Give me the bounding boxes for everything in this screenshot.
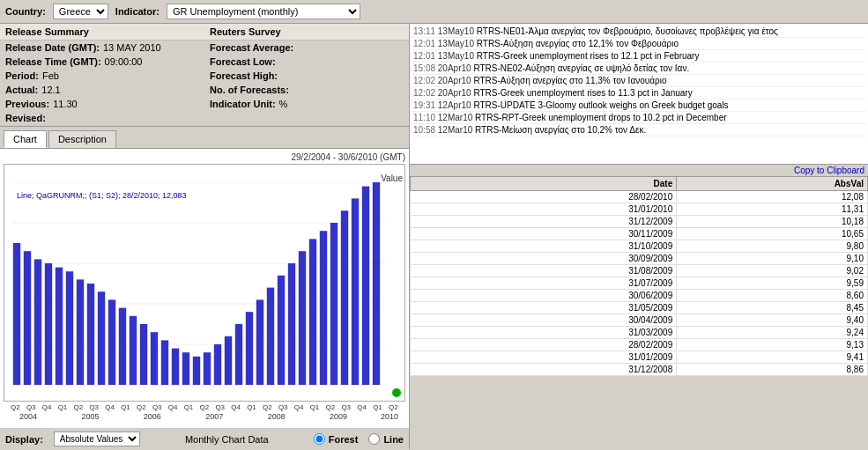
news-time: 10:58 xyxy=(413,125,435,135)
release-col-right: Forecast Average: Forecast Low: Forecast… xyxy=(204,41,409,125)
bar xyxy=(246,312,253,385)
bar xyxy=(352,198,359,385)
period-label: Period: xyxy=(5,70,39,81)
news-text: RTRS-RPT-Greek unemployment drops to 10.… xyxy=(475,113,727,122)
news-item: 12:01 13May10 RTRS-Αύξηση ανεργίας στο 1… xyxy=(412,38,866,50)
table-row: 30/06/20098,60 xyxy=(411,290,868,302)
cell-absval: 10,18 xyxy=(677,216,868,228)
bar xyxy=(119,308,126,385)
col-absval-header: AbsVal xyxy=(677,177,868,191)
bar xyxy=(362,187,369,385)
line-radio-group: Line xyxy=(368,433,404,445)
display-dropdown[interactable]: Absolute Values xyxy=(54,432,140,446)
top-bar: Country: Greece Indicator: GR Unemployme… xyxy=(0,0,868,24)
bar xyxy=(330,223,338,385)
cell-date: 31/08/2009 xyxy=(411,265,677,277)
bar xyxy=(66,271,73,385)
line-label: Line xyxy=(383,434,404,445)
news-date: 20Apr10 xyxy=(438,63,471,73)
forest-radio[interactable] xyxy=(314,433,325,445)
copy-clipboard[interactable]: Copy to Clipboard xyxy=(410,165,868,176)
line-radio[interactable] xyxy=(368,433,380,445)
news-time: 12:02 xyxy=(413,88,435,98)
news-time: 12:02 xyxy=(413,76,435,85)
bar xyxy=(235,324,242,385)
revised-label: Revised: xyxy=(5,113,46,123)
cell-absval: 8,60 xyxy=(677,290,868,302)
news-item: 12:01 13May10 RTRS-Greek unemployment ri… xyxy=(412,50,866,63)
bar xyxy=(373,182,380,385)
news-date: 13May10 xyxy=(438,39,474,48)
main-container: Release Summary Reuters Survey Release D… xyxy=(0,24,868,449)
cell-date: 28/02/2010 xyxy=(411,191,677,203)
news-text: RTRS-UPDATE 3-Gloomy outlook weighs on G… xyxy=(473,100,728,110)
news-text: RTRS-Greek unemployment rises to 12.1 pc… xyxy=(477,51,700,61)
bar-chart-svg: 11 10 9 8 7 xyxy=(11,182,385,385)
news-date: 20Apr10 xyxy=(438,76,471,85)
bar xyxy=(193,357,200,385)
right-panel: 13:11 13May10 RTRS-ΝΕ01-Άλμα ανεργίας το… xyxy=(410,24,868,449)
country-select[interactable]: Greece xyxy=(53,4,108,19)
x-axis-quarter-labels: Q2Q3Q4Q1Q2Q3Q4Q1Q2Q3Q4Q1Q2Q3Q4Q1Q2Q3Q4Q1… xyxy=(4,403,405,411)
cell-date: 30/09/2009 xyxy=(411,253,677,265)
cell-absval: 9,24 xyxy=(677,327,868,339)
bar xyxy=(34,259,41,385)
cell-absval: 8,45 xyxy=(677,302,868,314)
table-row: 28/02/201012,08 xyxy=(411,191,868,203)
monthly-chart-label: Monthly Chart Data xyxy=(151,434,303,445)
tab-description[interactable]: Description xyxy=(48,130,116,148)
no-forecasts-field: No. of Forecasts: xyxy=(204,83,409,97)
bar xyxy=(87,284,94,385)
display-label: Display: xyxy=(5,434,43,445)
release-section: Release Date (GMT): 13 MAY 2010 Release … xyxy=(0,41,409,126)
cell-absval: 9,13 xyxy=(677,339,868,351)
cell-absval: 9,80 xyxy=(677,240,868,253)
actual-label: Actual: xyxy=(5,85,38,95)
cell-date: 31/05/2009 xyxy=(411,302,677,314)
chart-series-label: Line; QaGRUNRM;; (S1; S2); 28/2/2010; 12… xyxy=(17,191,187,200)
indicator-unit-field: Indicator Unit: % xyxy=(204,97,409,111)
cell-date: 31/07/2009 xyxy=(411,277,677,290)
bar xyxy=(182,352,189,385)
green-status-dot xyxy=(392,388,401,397)
x-axis-year-labels: 2004 2005 2006 2007 2008 2009 2010 xyxy=(4,412,405,421)
bar xyxy=(45,263,52,385)
cell-absval: 9,41 xyxy=(677,351,868,364)
table-row: 31/10/20099,80 xyxy=(411,240,868,253)
release-time-label: Release Time (GMT): xyxy=(5,56,101,67)
tab-chart[interactable]: Chart xyxy=(4,130,47,148)
country-label: Country: xyxy=(5,6,46,17)
forest-radio-group: Forest xyxy=(314,433,359,445)
news-item: 12:02 20Apr10 RTRS-Greek unemployment ri… xyxy=(412,87,866,100)
table-row: 31/01/201011,31 xyxy=(411,203,868,216)
left-panel: Release Summary Reuters Survey Release D… xyxy=(0,24,410,449)
cell-date: 31/10/2009 xyxy=(411,240,677,253)
chart-area: 29/2/2004 - 30/6/2010 (GMT) Line; QaGRUN… xyxy=(0,149,409,428)
cell-absval: 11,31 xyxy=(677,203,868,216)
table-row: 30/04/20099,40 xyxy=(411,314,868,327)
bar xyxy=(214,344,221,385)
data-table-scroll[interactable]: Date AbsVal 28/02/201012,0831/01/201011,… xyxy=(410,176,868,439)
bar xyxy=(204,352,211,385)
news-item: 13:11 13May10 RTRS-ΝΕ01-Άλμα ανεργίας το… xyxy=(412,26,866,38)
forest-label: Forest xyxy=(329,434,359,445)
table-row: 31/01/20099,41 xyxy=(411,351,868,364)
bar xyxy=(13,243,20,385)
bar xyxy=(288,263,295,385)
cell-date: 31/01/2010 xyxy=(411,203,677,216)
table-row: 30/11/200910,65 xyxy=(411,228,868,240)
release-date-value: 13 MAY 2010 xyxy=(103,42,161,53)
cell-date: 30/06/2009 xyxy=(411,290,677,302)
indicator-select[interactable]: GR Unemployment (monthly) xyxy=(167,4,360,19)
news-panel[interactable]: 13:11 13May10 RTRS-ΝΕ01-Άλμα ανεργίας το… xyxy=(410,24,868,165)
release-time-value: 09:00:00 xyxy=(105,56,143,67)
bar xyxy=(151,332,158,385)
cell-date: 30/04/2009 xyxy=(411,314,677,327)
news-date: 13May10 xyxy=(438,26,474,36)
news-text: RTRS-Αύξηση ανεργίας στο 12,1% τον Φεβρο… xyxy=(477,39,679,48)
news-text: RTRS-ΝΕ02-Αύξηση ανεργίας σε υψηλό δετία… xyxy=(473,63,689,73)
forecast-high-label: Forecast High: xyxy=(210,70,278,81)
forecast-low-field: Forecast Low: xyxy=(204,55,409,69)
cell-date: 31/12/2008 xyxy=(411,364,677,376)
table-row: 31/08/20099,02 xyxy=(411,265,868,277)
